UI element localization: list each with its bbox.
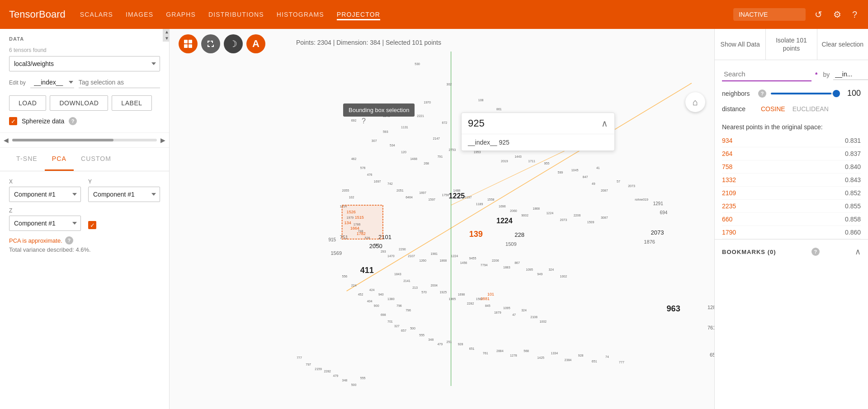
sphereize-help-icon[interactable]: ? bbox=[69, 117, 77, 125]
svg-text:796: 796 bbox=[406, 309, 411, 312]
nearest-item: 758 0.840 bbox=[722, 160, 861, 174]
svg-text:2159: 2159 bbox=[315, 367, 322, 371]
tab-custom[interactable]: CUSTOM bbox=[74, 148, 118, 171]
index-select[interactable]: __index__ bbox=[30, 77, 74, 88]
crescent-icon-btn[interactable]: ☽ bbox=[224, 34, 243, 53]
svg-text:268: 268 bbox=[424, 162, 429, 165]
nearest-id-3[interactable]: 1332 bbox=[722, 176, 736, 183]
nearest-id-6[interactable]: 660 bbox=[722, 216, 732, 223]
bounding-box-tooltip: Bounding box selection bbox=[343, 103, 415, 117]
svg-text:761: 761 bbox=[708, 325, 714, 330]
svg-text:2019: 2019 bbox=[501, 160, 508, 163]
neighbors-slider-fill bbox=[771, 93, 831, 94]
svg-text:796: 796 bbox=[396, 304, 402, 307]
svg-text:928: 928 bbox=[458, 343, 463, 346]
nearest-id-1[interactable]: 264 bbox=[722, 150, 732, 157]
isolate-button[interactable]: Isolate 101 points bbox=[766, 29, 817, 60]
scroll-down-btn[interactable]: ▼ bbox=[163, 35, 169, 42]
sphereize-label: Sphereize data bbox=[22, 118, 64, 125]
method-tabs: T-SNE PCA CUSTOM bbox=[0, 148, 169, 171]
nav-graphs[interactable]: GRAPHS bbox=[166, 9, 196, 20]
tab-pca[interactable]: PCA bbox=[45, 148, 74, 171]
svg-text:1224: 1224 bbox=[496, 216, 513, 225]
svg-rect-3 bbox=[189, 44, 192, 48]
pca-note: PCA is approximate. ? bbox=[9, 236, 160, 244]
nearest-list: 934 0.831 264 0.837 758 0.840 1332 0.843… bbox=[715, 134, 868, 239]
svg-text:651: 651 bbox=[469, 347, 475, 350]
nav-histograms[interactable]: HISTOGRAMS bbox=[277, 9, 324, 20]
tab-tsne[interactable]: T-SNE bbox=[9, 148, 45, 171]
by-select[interactable]: __in... __index__ bbox=[833, 69, 868, 80]
bookmarks-help-icon[interactable]: ? bbox=[811, 248, 820, 256]
scroll-up-btn[interactable]: ▲ bbox=[163, 29, 169, 35]
tag-input[interactable] bbox=[79, 77, 160, 88]
svg-text:2107: 2107 bbox=[408, 254, 415, 258]
nearest-id-4[interactable]: 2109 bbox=[722, 189, 736, 197]
euclidean-option[interactable]: EUCLIDEAN bbox=[793, 105, 829, 113]
pca-help-icon[interactable]: ? bbox=[65, 236, 73, 244]
svg-text:102: 102 bbox=[349, 196, 354, 199]
expand-icon-btn[interactable] bbox=[201, 34, 220, 53]
svg-text:1868: 1868 bbox=[439, 259, 447, 262]
nearest-id-0[interactable]: 934 bbox=[722, 137, 732, 144]
bookmarks-chevron[interactable]: ∧ bbox=[855, 247, 861, 257]
svg-text:593: 593 bbox=[383, 130, 388, 133]
z-checkbox[interactable] bbox=[88, 221, 96, 229]
svg-text:120: 120 bbox=[401, 150, 406, 154]
status-select[interactable]: INACTIVE ACTIVE bbox=[733, 8, 806, 21]
svg-text:915: 915 bbox=[328, 237, 336, 242]
svg-text:940: 940 bbox=[378, 293, 384, 296]
svg-text:224: 224 bbox=[351, 284, 357, 287]
canvas-toolbar: ☽ A bbox=[179, 34, 265, 53]
cosine-option[interactable]: COSINE bbox=[761, 105, 785, 113]
nav-distributions[interactable]: DISTRIBUTIONS bbox=[208, 9, 264, 20]
clear-selection-button[interactable]: Clear selection bbox=[817, 29, 868, 60]
neighbors-slider-thumb[interactable] bbox=[833, 90, 840, 97]
nav-images[interactable]: IMAGES bbox=[126, 9, 153, 20]
load-button[interactable]: Load bbox=[9, 95, 46, 111]
refresh-button[interactable]: ↺ bbox=[813, 7, 824, 22]
nearest-id-2[interactable]: 758 bbox=[722, 163, 732, 170]
svg-text:1456: 1456 bbox=[460, 261, 467, 264]
letter-a-btn[interactable]: A bbox=[246, 34, 265, 53]
nearest-id-5[interactable]: 2235 bbox=[722, 202, 736, 210]
nearest-score-6: 0.858 bbox=[845, 216, 861, 223]
z-component-select[interactable]: Component #1 Component #2 Component #3 bbox=[9, 216, 81, 231]
search-input[interactable] bbox=[722, 67, 811, 81]
bounding-question-icon[interactable]: ? bbox=[362, 117, 366, 125]
svg-text:251: 251 bbox=[447, 340, 452, 343]
label-button[interactable]: Label bbox=[112, 95, 151, 111]
nav-projector[interactable]: PROJECTOR bbox=[337, 9, 380, 20]
x-component-select[interactable]: Component #1 Component #2 Component #3 bbox=[9, 187, 81, 202]
panel-right-arrow[interactable]: ▶ bbox=[159, 135, 167, 146]
grid-icon-btn[interactable] bbox=[179, 34, 198, 53]
neighbors-help-icon[interactable]: ? bbox=[758, 89, 766, 98]
nav-scalars[interactable]: SCALARS bbox=[80, 9, 113, 20]
sphereize-checkbox[interactable] bbox=[9, 117, 17, 125]
brand-logo: TensorBoard bbox=[9, 9, 66, 20]
svg-text:2055: 2055 bbox=[342, 189, 349, 192]
popup-close-chevron[interactable]: ∧ bbox=[601, 118, 608, 129]
svg-text:1002: 1002 bbox=[539, 320, 547, 323]
point-cloud-svg[interactable]: 530 302 108 1970 861 1572 1838 1956 2221… bbox=[170, 29, 714, 409]
svg-text:2050: 2050 bbox=[369, 243, 382, 249]
center-canvas[interactable]: ☽ A Points: 2304 | Dimension: 384 | Sele… bbox=[170, 29, 714, 409]
download-button[interactable]: Download bbox=[50, 95, 108, 111]
svg-text:657: 657 bbox=[401, 329, 406, 332]
distance-label: distance bbox=[722, 105, 754, 113]
svg-text:2290: 2290 bbox=[399, 248, 406, 251]
help-button[interactable]: ? bbox=[850, 8, 859, 22]
svg-text:348: 348 bbox=[342, 379, 348, 382]
letter-a-icon: A bbox=[252, 38, 259, 50]
tensor-select[interactable]: local3/weights local3/biases local4/weig… bbox=[9, 56, 160, 71]
settings-button[interactable]: ⚙ bbox=[831, 7, 843, 22]
show-all-button[interactable]: Show All Data bbox=[715, 29, 766, 60]
popup-label: __index__ bbox=[468, 139, 497, 146]
data-section-title: DATA bbox=[9, 36, 160, 42]
svg-text:955: 955 bbox=[544, 162, 549, 165]
main-layout: ▲ ▼ DATA 6 tensors found local3/weights … bbox=[0, 29, 868, 409]
y-component-select[interactable]: Component #1 Component #2 Component #3 bbox=[88, 187, 160, 202]
nearest-id-7[interactable]: 1790 bbox=[722, 229, 736, 236]
panel-left-arrow[interactable]: ◀ bbox=[2, 135, 10, 146]
home-button[interactable]: ⌂ bbox=[685, 92, 705, 112]
